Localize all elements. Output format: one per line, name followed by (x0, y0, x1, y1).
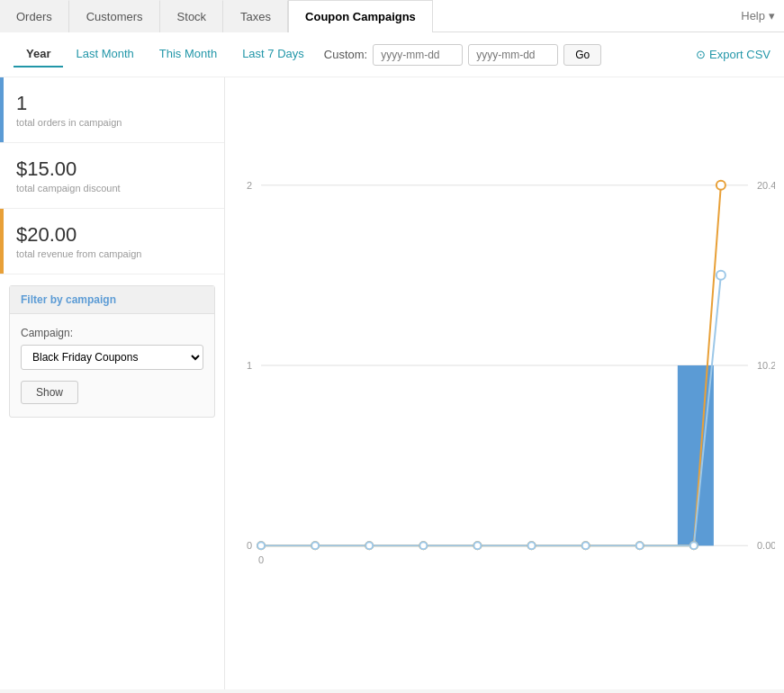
filter-header: Filter by campaign (10, 286, 214, 314)
custom-date-from[interactable] (373, 44, 463, 66)
svg-text:2: 2 (247, 180, 252, 191)
help-button[interactable]: Help ▾ (741, 9, 775, 22)
custom-date-to[interactable] (468, 44, 558, 66)
dot-blue-9 (690, 542, 698, 549)
chart-area: 0 1 2 0.00 10.20 20.40 (225, 77, 784, 689)
main-content: 1 total orders in campaign $15.00 total … (0, 77, 784, 689)
stat-total-revenue: $20.00 total revenue from campaign (0, 209, 224, 274)
export-icon: ⊙ (696, 48, 706, 61)
svg-text:0: 0 (258, 554, 264, 565)
filter-section: Filter by campaign Campaign: Black Frida… (9, 285, 215, 418)
date-tab-last-7-days[interactable]: Last 7 Days (230, 41, 317, 68)
stat-total-discount: $15.00 total campaign discount (0, 143, 224, 209)
date-tab-year[interactable]: Year (14, 41, 63, 68)
custom-label: Custom: (324, 48, 367, 61)
dot-blue-6 (528, 542, 536, 549)
top-nav: Orders Customers Stock Taxes Coupon Camp… (0, 0, 784, 32)
tab-customers[interactable]: Customers (69, 0, 160, 32)
stat-total-orders: 1 total orders in campaign (0, 77, 224, 143)
campaign-select[interactable]: Black Friday Coupons (21, 345, 203, 370)
dot-blue-2 (311, 542, 319, 549)
dot-blue-4 (419, 542, 427, 549)
go-button[interactable]: Go (563, 44, 601, 66)
dot-blue-end (716, 271, 725, 280)
svg-text:0.00: 0.00 (757, 540, 775, 551)
svg-text:10.20: 10.20 (757, 360, 775, 371)
dot-orange-end (716, 181, 725, 190)
show-button[interactable]: Show (21, 381, 78, 404)
svg-text:20.40: 20.40 (757, 180, 775, 191)
campaign-label: Campaign: (21, 327, 203, 339)
date-filter-bar: Year Last Month This Month Last 7 Days C… (0, 32, 784, 77)
date-tab-this-month[interactable]: This Month (147, 41, 230, 68)
stat-orders-value: 1 (16, 92, 208, 115)
stat-orders-label: total orders in campaign (16, 117, 208, 128)
export-csv-button[interactable]: ⊙ Export CSV (696, 48, 770, 61)
stat-discount-label: total campaign discount (16, 183, 208, 194)
tab-coupon-campaigns[interactable]: Coupon Campaigns (288, 0, 433, 32)
chart-line-blue (261, 275, 721, 546)
dot-blue-8 (636, 542, 644, 549)
stat-discount-value: $15.00 (16, 158, 208, 181)
date-tab-last-month[interactable]: Last Month (63, 41, 146, 68)
svg-text:1: 1 (247, 360, 252, 371)
filter-body: Campaign: Black Friday Coupons Show (10, 314, 214, 417)
dot-blue-1 (257, 542, 265, 549)
stat-revenue-value: $20.00 (16, 223, 208, 247)
tab-stock[interactable]: Stock (160, 0, 224, 32)
dot-blue-5 (473, 542, 481, 549)
tab-orders[interactable]: Orders (0, 0, 69, 32)
dot-blue-3 (365, 542, 373, 549)
svg-text:0: 0 (247, 540, 252, 551)
chart-container: 0 1 2 0.00 10.20 20.40 (234, 86, 775, 644)
sidebar: 1 total orders in campaign $15.00 total … (0, 77, 225, 689)
chart-svg: 0 1 2 0.00 10.20 20.40 (234, 86, 775, 644)
tab-taxes[interactable]: Taxes (223, 0, 288, 32)
dot-blue-7 (582, 542, 590, 549)
stat-revenue-label: total revenue from campaign (16, 248, 208, 259)
